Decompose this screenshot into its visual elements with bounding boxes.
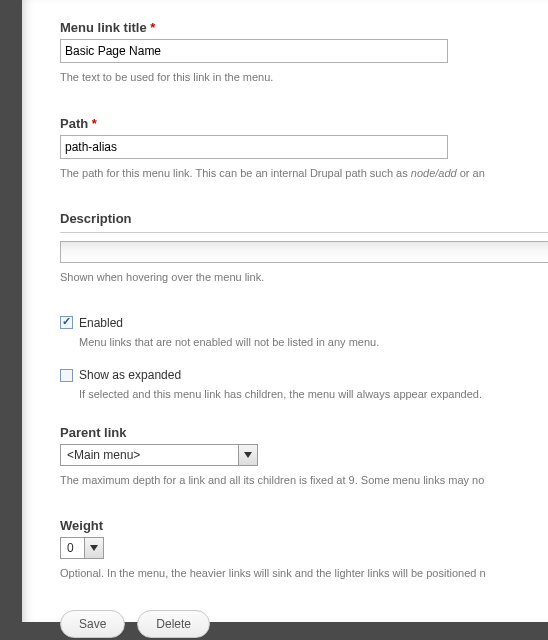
field-parent-link: Parent link <Main menu> The maximum dept…	[60, 425, 548, 489]
description-label: Description	[60, 211, 548, 226]
enabled-label: Enabled	[79, 316, 123, 330]
expanded-checkbox[interactable]	[60, 369, 73, 382]
description-input[interactable]	[60, 241, 548, 263]
form-actions: Save Delete	[60, 610, 548, 638]
weight-value: 0	[61, 538, 84, 558]
expanded-help: If selected and this menu link has child…	[79, 386, 548, 403]
chevron-down-icon	[238, 445, 257, 465]
enabled-checkbox[interactable]	[60, 316, 73, 329]
path-help: The path for this menu link. This can be…	[60, 165, 548, 182]
parent-link-select[interactable]: <Main menu>	[60, 444, 258, 466]
delete-button[interactable]: Delete	[137, 610, 210, 638]
label-text: Menu link title	[60, 20, 147, 35]
path-input[interactable]	[60, 135, 448, 159]
required-marker: *	[150, 20, 155, 35]
label-text: Path	[60, 116, 88, 131]
field-description: Description Shown when hovering over the…	[60, 211, 548, 286]
field-menu-link-title: Menu link title * The text to be used fo…	[60, 20, 548, 86]
enabled-help: Menu links that are not enabled will not…	[79, 334, 548, 351]
expanded-label: Show as expanded	[79, 368, 181, 382]
description-divider	[60, 232, 548, 233]
field-path: Path * The path for this menu link. This…	[60, 116, 548, 182]
path-label: Path *	[60, 116, 548, 131]
description-help: Shown when hovering over the menu link.	[60, 269, 548, 286]
weight-help: Optional. In the menu, the heavier links…	[60, 565, 548, 582]
parent-link-value: <Main menu>	[61, 445, 238, 465]
weight-select[interactable]: 0	[60, 537, 104, 559]
parent-link-label: Parent link	[60, 425, 548, 440]
parent-link-help: The maximum depth for a link and all its…	[60, 472, 548, 489]
menu-link-title-help: The text to be used for this link in the…	[60, 69, 548, 86]
menu-link-title-label: Menu link title *	[60, 20, 548, 35]
menu-link-title-input[interactable]	[60, 39, 448, 63]
window-frame-left	[0, 0, 22, 640]
required-marker: *	[92, 116, 97, 131]
weight-label: Weight	[60, 518, 548, 533]
menu-link-edit-form: Menu link title * The text to be used fo…	[22, 0, 548, 622]
field-weight: Weight 0 Optional. In the menu, the heav…	[60, 518, 548, 582]
chevron-down-icon	[84, 538, 103, 558]
field-enabled: Enabled Menu links that are not enabled …	[60, 316, 548, 403]
save-button[interactable]: Save	[60, 610, 125, 638]
